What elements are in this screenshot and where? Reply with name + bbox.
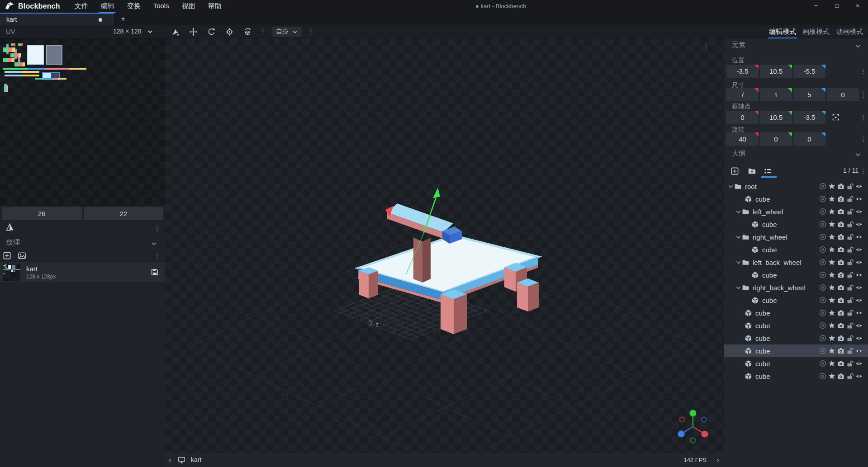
- prev-project-icon[interactable]: ‹: [169, 455, 171, 465]
- outliner-toggle-lock-icon[interactable]: [846, 182, 854, 190]
- outliner-toggle-star-icon[interactable]: [828, 359, 835, 367]
- outliner-row-cube[interactable]: cube: [724, 357, 868, 370]
- outliner-toggle-disable-icon[interactable]: [819, 372, 826, 380]
- outliner-toggle-lock-icon[interactable]: [846, 195, 854, 203]
- outliner-toggle-camera-icon[interactable]: [837, 220, 844, 228]
- outliner-row-cube[interactable]: cube: [724, 269, 868, 281]
- outliner-toggle-camera-icon[interactable]: [837, 182, 844, 190]
- outliner-toggle-disable-icon[interactable]: [819, 296, 826, 304]
- element-input-枢轴点-1[interactable]: 0: [726, 111, 759, 124]
- outliner-toggle-disable-icon[interactable]: [819, 208, 826, 215]
- outliner-toggle-lock-icon[interactable]: [846, 296, 854, 304]
- element-input-位置-2[interactable]: 10.5: [760, 65, 792, 78]
- element-group-menu-icon[interactable]: ⋮: [860, 65, 866, 78]
- uv-coord-x[interactable]: 26: [2, 207, 82, 220]
- chevron-down-icon[interactable]: [735, 283, 742, 292]
- uv-editor-canvas[interactable]: [0, 38, 165, 206]
- create-texture-button[interactable]: [18, 251, 26, 259]
- menu-item-6[interactable]: 帮助: [202, 0, 228, 13]
- add-group-button[interactable]: [746, 165, 757, 176]
- outliner-toggle-lock-icon[interactable]: [846, 321, 854, 329]
- toolbar-menu-dots[interactable]: ⋮: [307, 26, 315, 37]
- outliner-toggle-star-icon[interactable]: [828, 182, 835, 190]
- outliner-toggle-lock-icon[interactable]: [846, 245, 854, 253]
- outliner-toggle-visibility-icon[interactable]: [855, 359, 863, 367]
- transform-space-dropdown[interactable]: 自身: [272, 27, 302, 37]
- outliner-toggle-visibility-icon[interactable]: [855, 334, 863, 342]
- element-input-位置-3[interactable]: -5.5: [793, 65, 825, 78]
- outliner-toggle-disable-icon[interactable]: [819, 271, 826, 278]
- outliner-toggle-camera-icon[interactable]: [837, 195, 844, 203]
- outliner-toggle-visibility-icon[interactable]: [855, 245, 863, 253]
- rotate-tool-icon[interactable]: [204, 26, 218, 37]
- mode-tab-2[interactable]: 画板模式: [802, 26, 830, 39]
- outliner-toggle-camera-icon[interactable]: [837, 347, 844, 354]
- chevron-down-icon[interactable]: [728, 182, 734, 190]
- outliner-toggle-disable-icon[interactable]: [819, 309, 826, 316]
- uv-menu-icon[interactable]: ⋮: [153, 223, 161, 234]
- outliner-toggle-lock-icon[interactable]: [846, 233, 854, 241]
- outliner-toggle-camera-icon[interactable]: [837, 245, 844, 253]
- uv-mirror-icon[interactable]: [5, 222, 14, 231]
- outliner-row-right_back_wheel[interactable]: right_back_wheel: [724, 281, 868, 294]
- outliner-row-left_wheel[interactable]: left_wheel: [724, 205, 868, 218]
- new-tab-button[interactable]: +: [114, 13, 132, 25]
- outliner-toggle-camera-icon[interactable]: [837, 208, 844, 215]
- texture-list-item[interactable]: kart 128 x 128px: [0, 262, 165, 282]
- outliner-toggle-disable-icon[interactable]: [819, 220, 826, 228]
- uv-size-dropdown[interactable]: 128 × 128: [113, 28, 153, 35]
- element-input-尺寸-2[interactable]: 1: [760, 88, 792, 101]
- outliner-row-cube[interactable]: cube: [724, 370, 868, 382]
- outliner-toggle-star-icon[interactable]: [828, 258, 835, 266]
- element-input-旋转-2[interactable]: 0: [760, 132, 792, 146]
- outliner-toggle-disable-icon[interactable]: [819, 347, 826, 354]
- outliner-toggle-lock-icon[interactable]: [846, 359, 854, 367]
- outliner-toggle-disable-icon[interactable]: [819, 182, 826, 190]
- move-tool-icon[interactable]: [186, 26, 200, 37]
- outliner-toggle-visibility-icon[interactable]: [855, 220, 863, 228]
- outliner-toggle-lock-icon[interactable]: [846, 372, 854, 380]
- outliner-toggle-star-icon[interactable]: [828, 271, 835, 278]
- element-input-旋转-3[interactable]: 0: [793, 132, 825, 146]
- outliner-toggle-camera-icon[interactable]: [837, 359, 844, 367]
- outliner-toggle-camera-icon[interactable]: [837, 309, 844, 316]
- outliner-toggle-lock-icon[interactable]: [846, 309, 854, 316]
- outliner-row-cube[interactable]: cube: [724, 193, 868, 205]
- outliner-toggle-disable-icon[interactable]: [819, 359, 826, 367]
- outliner-toggle-visibility-icon[interactable]: [855, 208, 863, 215]
- outliner-toggle-visibility-icon[interactable]: [855, 258, 863, 266]
- outliner-toggle-disable-icon[interactable]: [819, 283, 826, 291]
- element-input-尺寸-3[interactable]: 5: [793, 88, 825, 101]
- element-section-header[interactable]: 元素: [724, 41, 868, 50]
- menu-item-4[interactable]: Tools: [147, 0, 175, 13]
- outliner-toggle-visibility-icon[interactable]: [855, 309, 863, 316]
- outliner-row-cube[interactable]: cube: [724, 294, 868, 307]
- element-input-尺寸-4[interactable]: 0: [827, 88, 859, 101]
- uv-coord-y[interactable]: 22: [84, 207, 164, 220]
- element-group-menu-icon[interactable]: ⋮: [860, 132, 866, 146]
- outliner-toggle-star-icon[interactable]: [828, 233, 835, 241]
- outliner-toggle-lock-icon[interactable]: [846, 220, 854, 228]
- outliner-toggle-lock-icon[interactable]: [846, 283, 854, 291]
- outliner-toggle-star-icon[interactable]: [828, 296, 835, 304]
- outliner-toggle-disable-icon[interactable]: [819, 233, 826, 241]
- element-input-旋转-1[interactable]: 40: [726, 132, 759, 146]
- mode-tab-3[interactable]: 动画模式: [835, 26, 864, 39]
- outliner-row-cube[interactable]: cube: [724, 307, 868, 319]
- outliner-toggle-visibility-icon[interactable]: [855, 195, 863, 203]
- outliner-toggle-disable-icon[interactable]: [819, 334, 826, 342]
- outliner-toggle-disable-icon[interactable]: [819, 258, 826, 266]
- outliner-toggle-disable-icon[interactable]: [819, 321, 826, 329]
- outliner-row-cube[interactable]: cube: [724, 332, 868, 344]
- minimize-button[interactable]: −: [806, 0, 826, 13]
- outliner-toggle-lock-icon[interactable]: [846, 258, 854, 266]
- element-input-枢轴点-2[interactable]: 10.5: [760, 111, 792, 124]
- maximize-button[interactable]: □: [826, 0, 847, 13]
- save-texture-icon[interactable]: [151, 268, 159, 277]
- element-input-枢轴点-3[interactable]: -3.5: [793, 111, 825, 124]
- vertex-snap-icon[interactable]: [168, 26, 182, 37]
- menu-item-5[interactable]: 视图: [175, 0, 202, 13]
- project-tab[interactable]: kart: [0, 13, 114, 25]
- chevron-down-icon[interactable]: [735, 208, 742, 216]
- outliner-toggle-camera-icon[interactable]: [837, 296, 844, 304]
